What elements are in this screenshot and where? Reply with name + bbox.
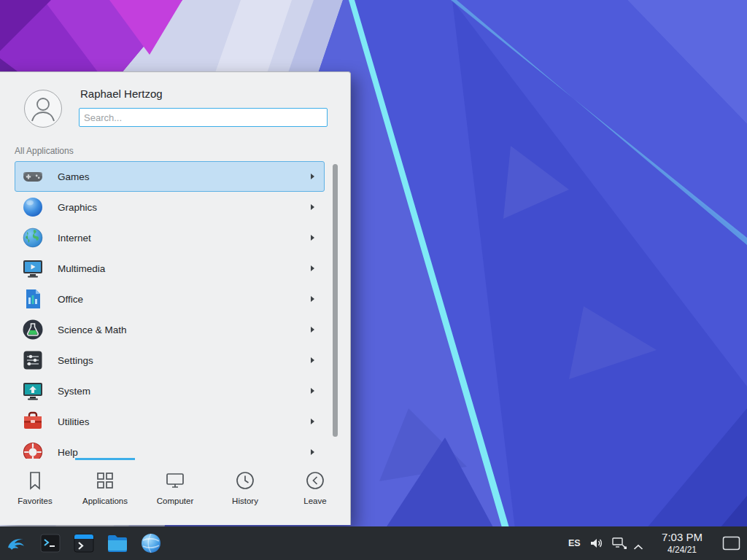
launcher-tab-bar: Favorites Applications Computer [0, 458, 350, 525]
submenu-arrow-icon [311, 296, 314, 302]
gamepad-icon [21, 165, 44, 188]
kali-menu-icon [6, 532, 29, 555]
category-row-settings[interactable]: Settings [15, 345, 325, 376]
scrollbar-thumb[interactable] [333, 164, 338, 437]
submenu-arrow-icon [311, 235, 314, 241]
globe-icon [21, 226, 44, 249]
tab-favorites[interactable]: Favorites [0, 458, 70, 525]
leave-icon [304, 470, 326, 491]
app-launcher-button[interactable] [6, 532, 29, 555]
category-label: Office [58, 294, 83, 305]
tab-label: Leave [303, 497, 326, 505]
submenu-arrow-icon [311, 449, 314, 455]
tab-label: Favorites [18, 497, 52, 505]
submenu-arrow-icon [311, 265, 314, 271]
clock-date: 4/24/21 [649, 545, 715, 556]
category-row-office[interactable]: Office [15, 284, 325, 314]
tab-label: Computer [157, 497, 194, 505]
show-desktop-icon [721, 535, 741, 551]
pinned-app-file-manager[interactable] [106, 532, 129, 555]
category-label: Graphics [58, 202, 97, 213]
chevron-up-icon [633, 544, 643, 551]
paint-orb-icon [21, 195, 44, 219]
user-name: Raphael Hertzog [80, 88, 163, 100]
submenu-arrow-icon [311, 357, 314, 363]
tab-label: Applications [82, 497, 128, 505]
submenu-arrow-icon [311, 174, 314, 179]
pinned-app-terminal[interactable] [39, 532, 62, 555]
category-label: System [58, 386, 90, 397]
person-icon [25, 90, 61, 127]
volume-tray-button[interactable] [589, 536, 603, 553]
search-input[interactable] [79, 108, 328, 127]
terminal-icon [39, 532, 62, 555]
category-list: Games Graphics [15, 161, 325, 459]
taskbar: ES 7:03 PM 4/24/21 [0, 526, 747, 560]
toolbox-icon [21, 410, 44, 433]
section-label: All Applications [15, 146, 74, 156]
category-label: Science & Math [58, 324, 127, 335]
file-manager-icon [106, 532, 129, 555]
bookmark-icon [24, 470, 46, 491]
category-row-games[interactable]: Games [15, 161, 325, 192]
category-row-multimedia[interactable]: Multimedia [15, 253, 325, 284]
category-row-graphics[interactable]: Graphics [15, 192, 325, 222]
web-browser-icon [139, 532, 163, 555]
user-avatar[interactable] [24, 90, 62, 128]
keyboard-layout-indicator[interactable]: ES [568, 526, 581, 560]
network-icon [611, 535, 627, 551]
tab-history[interactable]: History [210, 458, 280, 525]
application-launcher-menu: Raphael Hertzog All Applications Games [0, 71, 351, 525]
category-label: Settings [58, 355, 93, 366]
media-player-icon [21, 257, 44, 280]
category-label: Help [58, 447, 78, 458]
grid-icon [94, 470, 116, 491]
submenu-arrow-icon [311, 204, 314, 210]
expand-tray-button[interactable] [633, 540, 643, 553]
submenu-arrow-icon [311, 327, 314, 332]
category-label: Utilities [58, 416, 90, 427]
monitor-icon [164, 470, 186, 491]
konsole-icon [72, 532, 96, 555]
tab-leave[interactable]: Leave [280, 458, 350, 525]
category-label: Internet [58, 233, 91, 244]
volume-icon [589, 536, 603, 551]
flask-icon [21, 318, 44, 341]
help-buoy-icon [21, 440, 44, 459]
clock-time: 7:03 PM [649, 530, 715, 545]
category-label: Multimedia [58, 263, 105, 274]
clock-icon [234, 470, 256, 491]
desktop: Raphael Hertzog All Applications Games [0, 0, 747, 560]
tab-applications[interactable]: Applications [70, 458, 140, 525]
category-row-help[interactable]: Help [15, 437, 325, 459]
submenu-arrow-icon [311, 419, 314, 424]
pinned-app-web-browser[interactable] [139, 532, 163, 555]
category-row-utilities[interactable]: Utilities [15, 406, 325, 437]
document-chart-icon [21, 287, 44, 311]
category-label: Games [58, 171, 90, 182]
category-row-science-math[interactable]: Science & Math [15, 314, 325, 345]
category-row-system[interactable]: System [15, 376, 325, 406]
system-monitor-icon [21, 379, 44, 402]
settings-sliders-icon [21, 349, 44, 372]
network-tray-button[interactable] [611, 535, 627, 554]
show-desktop-button[interactable] [721, 535, 741, 551]
tab-label: History [232, 497, 258, 505]
digital-clock[interactable]: 7:03 PM 4/24/21 [649, 530, 715, 556]
category-row-internet[interactable]: Internet [15, 222, 325, 253]
tab-computer[interactable]: Computer [140, 458, 210, 525]
submenu-arrow-icon [311, 388, 314, 394]
pinned-app-konsole[interactable] [72, 532, 96, 555]
